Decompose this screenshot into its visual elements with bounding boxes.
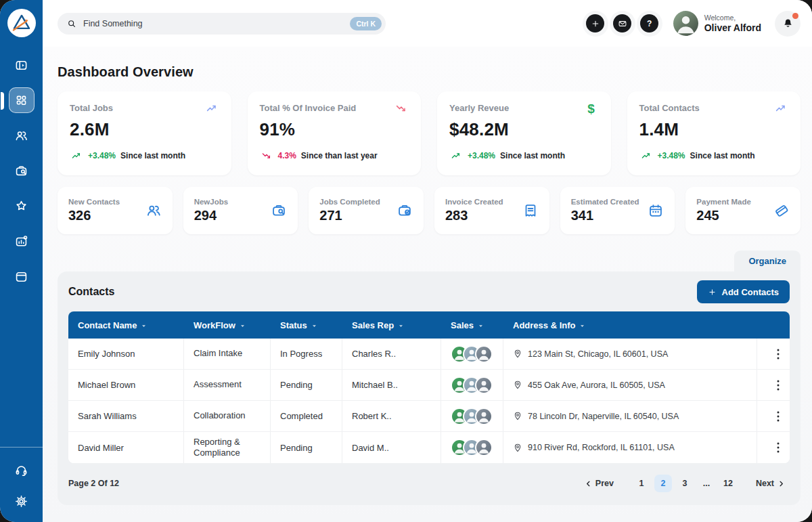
table-header-row: Contact Name WorkFlow Status bbox=[68, 311, 790, 339]
notification-dot bbox=[792, 13, 798, 19]
cell-contact-name: David Miller bbox=[68, 432, 184, 463]
trend-arrow-icon bbox=[639, 151, 653, 160]
row-menu-button[interactable] bbox=[768, 406, 788, 427]
cell-workflow: Collaboration bbox=[184, 401, 271, 431]
table-column-header[interactable]: Address & Info bbox=[503, 311, 757, 339]
caret-down-icon bbox=[478, 323, 484, 329]
mini-stat-label: Invoice Created bbox=[445, 198, 503, 206]
organize-tab[interactable]: Organize bbox=[734, 251, 800, 271]
cell-sales-rep: Robert K.. bbox=[342, 401, 441, 431]
search-icon bbox=[66, 18, 77, 29]
cell-status: In Pogress bbox=[271, 339, 342, 369]
person-icon bbox=[476, 440, 491, 455]
sidebar-item[interactable] bbox=[9, 87, 35, 113]
table-column-header[interactable]: Contact Name bbox=[68, 311, 184, 339]
sidebar-item[interactable] bbox=[9, 52, 35, 78]
search-input[interactable] bbox=[83, 19, 344, 28]
sidebar bbox=[0, 0, 43, 522]
page-number-button[interactable]: 3 bbox=[676, 475, 694, 492]
stat-trend: +3.48% Since last month bbox=[449, 151, 599, 160]
sidebar-bottom-item[interactable] bbox=[9, 488, 35, 514]
prev-page-button[interactable]: Prev bbox=[580, 475, 619, 492]
mini-stat-value: 326 bbox=[68, 208, 120, 223]
trend-percent: +3.48% bbox=[88, 151, 116, 160]
search-bar[interactable]: Ctrl K bbox=[58, 13, 386, 35]
avatar bbox=[673, 11, 698, 36]
table-row[interactable]: Emily Johnson Claim Intake In Pogress Ch… bbox=[68, 339, 790, 370]
table-footer: Page 2 Of 12 Prev 1 bbox=[58, 463, 800, 492]
mini-stat-value: 271 bbox=[319, 208, 380, 223]
page-number-button[interactable]: 2 bbox=[654, 475, 672, 492]
next-page-button[interactable]: Next bbox=[750, 475, 790, 492]
mini-stat-card: Payment Made 245 bbox=[685, 187, 800, 234]
user-profile[interactable]: Welcome, Oliver Alford bbox=[673, 11, 761, 36]
avatar-group bbox=[451, 439, 493, 456]
table-actions-header bbox=[757, 311, 790, 339]
cell-status: Completed bbox=[271, 401, 342, 431]
bell-icon bbox=[782, 18, 794, 29]
trend-percent: +3.48% bbox=[468, 151, 495, 160]
pagination: Prev 1 2 bbox=[580, 475, 790, 492]
mini-stat-icon bbox=[648, 202, 664, 219]
table-column-header[interactable]: Sales bbox=[441, 311, 503, 339]
cell-contact-name: Sarah Williams bbox=[68, 401, 184, 431]
table-row[interactable]: Michael Brown Assessment Pending Mitchae… bbox=[68, 370, 790, 401]
page-number-button[interactable]: 12 bbox=[719, 475, 737, 492]
mini-stat-icon bbox=[773, 202, 790, 219]
stat-cards: Total Jobs 2.6M +3.48% Since last month … bbox=[58, 91, 800, 175]
table-row[interactable]: David Miller Reporting & Compliance Pend… bbox=[68, 432, 790, 463]
keyboard-shortcut-badge: Ctrl K bbox=[350, 17, 382, 30]
table-column-header[interactable]: Sales Rep bbox=[342, 311, 441, 339]
table-body: Emily Johnson Claim Intake In Pogress Ch… bbox=[68, 339, 790, 463]
avatar bbox=[475, 376, 493, 394]
cell-actions bbox=[757, 432, 790, 463]
sidebar-item[interactable] bbox=[9, 123, 35, 148]
mini-stat-icon bbox=[397, 202, 413, 219]
app-logo[interactable] bbox=[7, 9, 36, 37]
add-contacts-button[interactable]: Add Contacts bbox=[697, 280, 790, 303]
location-pin-icon bbox=[513, 380, 522, 390]
notifications-button[interactable] bbox=[775, 11, 800, 37]
plus-icon bbox=[708, 288, 717, 297]
header-action-button[interactable] bbox=[610, 11, 635, 37]
person-icon bbox=[673, 11, 698, 36]
cell-sales-rep: David M.. bbox=[342, 432, 441, 463]
sidebar-item-icon bbox=[14, 58, 28, 72]
table-column-header[interactable]: WorkFlow bbox=[184, 311, 271, 339]
trend-note: Since last month bbox=[120, 151, 185, 160]
sidebar-nav bbox=[0, 52, 43, 289]
sidebar-item[interactable] bbox=[9, 263, 35, 289]
action-icon bbox=[591, 19, 600, 28]
stat-label: Total % Of Invoice Paid bbox=[260, 103, 357, 113]
action-icon bbox=[618, 19, 627, 28]
table-column-header[interactable]: Status bbox=[271, 311, 342, 339]
sidebar-item-icon bbox=[14, 199, 28, 213]
row-menu-button[interactable] bbox=[768, 344, 788, 364]
stat-corner-icon bbox=[204, 103, 219, 114]
mini-stat-label: Estimated Created bbox=[571, 198, 639, 206]
header-action-button[interactable] bbox=[583, 11, 608, 37]
row-menu-button[interactable] bbox=[768, 375, 788, 395]
stat-trend: +3.48% Since last month bbox=[70, 151, 219, 160]
cell-workflow: Assessment bbox=[184, 370, 271, 400]
sidebar-bottom-icon bbox=[14, 494, 28, 508]
row-menu-button[interactable] bbox=[768, 437, 788, 458]
table-row[interactable]: Sarah Williams Collaboration Completed R… bbox=[68, 401, 790, 432]
header-action-button[interactable]: ? bbox=[637, 11, 662, 37]
sidebar-item[interactable] bbox=[9, 193, 35, 219]
stat-value: 2.6M bbox=[70, 119, 219, 140]
page-number-button[interactable]: ... bbox=[698, 475, 715, 492]
sidebar-item[interactable] bbox=[9, 228, 35, 254]
page-number-button[interactable]: 1 bbox=[633, 475, 650, 492]
trend-arrow-icon bbox=[449, 151, 463, 160]
sidebar-bottom-item[interactable] bbox=[9, 457, 35, 483]
trend-arrow-icon bbox=[260, 151, 273, 160]
sidebar-item[interactable] bbox=[9, 158, 35, 183]
avatar-group bbox=[451, 408, 493, 425]
person-icon bbox=[476, 409, 491, 424]
contacts-panel-header: Contacts Add Contacts bbox=[58, 271, 800, 311]
mini-stat-card: Estimated Created 341 bbox=[560, 187, 675, 234]
sidebar-bottom bbox=[0, 447, 43, 522]
welcome-label: Welcome, bbox=[704, 14, 761, 22]
cell-status: Pending bbox=[271, 432, 342, 463]
